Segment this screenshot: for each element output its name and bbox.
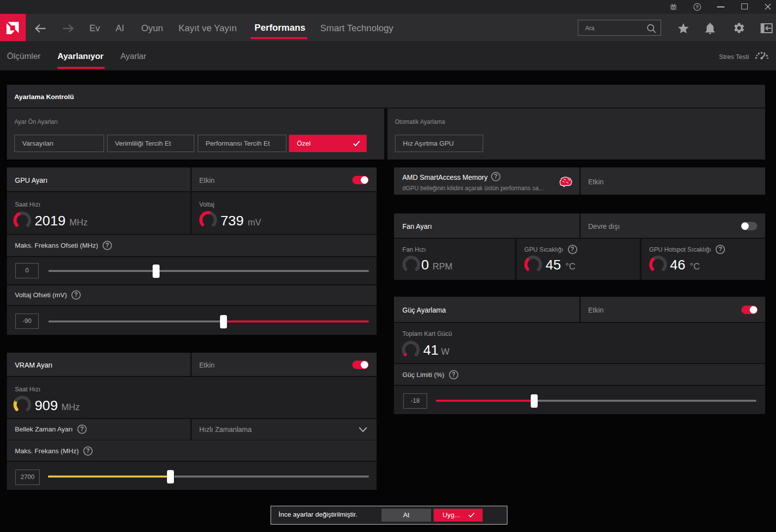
svg-text:?: ? [696, 4, 699, 9]
